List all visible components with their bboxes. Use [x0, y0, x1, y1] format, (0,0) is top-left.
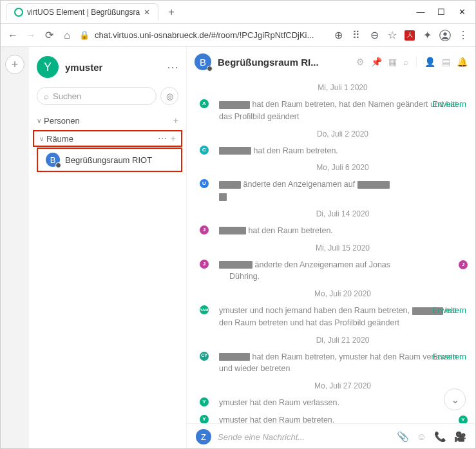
date-separator: Mo, Juli 27 2020	[219, 381, 466, 390]
emoji-icon[interactable]: ☺	[417, 431, 426, 443]
date-separator: Mi, Juli 15 2020	[219, 244, 466, 253]
expand-link[interactable]: Erweitern	[432, 305, 466, 317]
window-close[interactable]: ✕	[457, 8, 466, 17]
add-person-button[interactable]: +	[173, 115, 178, 126]
browser-tab[interactable]: virtUOS Element | Begrüßungsra ✕	[6, 3, 158, 21]
membership-event: C hat den Raum betreten.	[219, 145, 466, 157]
extension-icon[interactable]: ✦	[421, 29, 433, 41]
back-icon[interactable]: ←	[7, 30, 19, 41]
new-tab-button[interactable]: +	[162, 3, 180, 21]
create-space-button[interactable]: +	[5, 55, 24, 74]
window-maximize[interactable]: ☐	[437, 8, 446, 17]
search-room-icon[interactable]: ⌕	[403, 57, 408, 67]
room-header-avatar: B	[195, 53, 211, 70]
lock-icon[interactable]: 🔒	[79, 30, 90, 40]
message-input[interactable]: Sende eine Nachricht...	[218, 432, 390, 442]
expand-link[interactable]: Erweitern	[432, 99, 466, 111]
close-tab-icon[interactable]: ✕	[144, 8, 150, 17]
url-text[interactable]: chat.virtuos.uni-osnabrueck.de/#/room/!P…	[95, 30, 314, 40]
explore-button[interactable]: ◎	[160, 87, 178, 105]
forward-icon: →	[25, 30, 37, 41]
room-name: Begrüßungsraum RIOT	[65, 155, 152, 165]
membership-event: Y Y ymuster hat den Raum betreten.	[219, 414, 466, 423]
date-separator: Di, Juli 14 2020	[219, 209, 466, 218]
member-avatar: C	[200, 146, 209, 155]
composer-avatar: Z	[196, 429, 211, 444]
membership-event: Y ymuster hat den Raum verlassen.	[219, 397, 466, 409]
member-avatar: A	[200, 99, 209, 108]
membership-event: A Erweitern hat den Raum betreten, hat d…	[219, 99, 466, 123]
bookmark-icon[interactable]: ☆	[386, 29, 398, 41]
membership-event: U änderte den Anzeigenamen auf	[219, 178, 466, 203]
date-separator: Do, Juli 2 2020	[219, 129, 466, 139]
members-icon[interactable]: 👤	[424, 57, 435, 67]
membership-event: CY Erweitern hat den Raum betreten, ymus…	[219, 351, 466, 376]
add-page-icon[interactable]: ⊕	[332, 29, 344, 41]
room-item[interactable]: B Begrüßungsraum RIOT	[37, 148, 182, 172]
voice-call-icon[interactable]: 📞	[434, 431, 446, 443]
member-avatar: YAM	[200, 305, 209, 314]
member-avatar: J	[200, 260, 209, 269]
member-avatar: CY	[200, 352, 209, 361]
member-avatar: J	[459, 260, 468, 269]
pin-icon[interactable]: 📌	[371, 57, 382, 67]
date-separator: Mi, Juli 1 2020	[219, 83, 466, 92]
search-placeholder: Suchen	[53, 91, 81, 101]
date-separator: Mo, Juli 20 2020	[219, 289, 466, 298]
member-avatar: J	[200, 225, 209, 234]
attach-icon[interactable]: 📎	[397, 431, 409, 443]
apps-icon[interactable]: ▦	[388, 57, 397, 67]
member-avatar: U	[200, 179, 209, 188]
room-header-title: Begrüßungsraum RI...	[218, 57, 350, 68]
profile-icon[interactable]	[439, 29, 451, 42]
category-rooms[interactable]: ∨ Räume ⋯ +	[33, 130, 182, 147]
search-icon: ⌕	[44, 91, 49, 101]
expand-link[interactable]: Erweitern	[432, 351, 466, 363]
category-people[interactable]: ∨ Personen +	[29, 111, 186, 129]
settings-icon[interactable]: ⚙	[356, 57, 365, 67]
date-separator: Di, Juli 21 2020	[219, 336, 466, 345]
date-separator: Mo, Juli 6 2020	[219, 163, 466, 172]
membership-event: J hat den Raum betreten.	[219, 225, 466, 237]
search-input[interactable]: ⌕ Suchen	[37, 87, 157, 105]
menu-icon[interactable]: ⋮	[457, 29, 469, 41]
room-avatar: B	[46, 153, 60, 167]
tab-title: virtUOS Element | Begrüßungsra	[27, 8, 140, 17]
member-avatar: Y	[200, 397, 209, 406]
reload-icon[interactable]: ⟳	[43, 29, 55, 41]
user-menu-button[interactable]: ⋯	[167, 60, 178, 74]
member-avatar: Y	[200, 415, 209, 423]
user-avatar[interactable]: Y	[37, 56, 59, 78]
svg-point-1	[443, 32, 446, 35]
member-avatar: Y	[459, 416, 468, 423]
membership-event: YAM Erweitern ymuster und noch jemand ha…	[219, 305, 466, 329]
user-name: ymuster	[65, 62, 160, 73]
notif-icon[interactable]: 🔔	[457, 57, 468, 67]
chevron-down-icon: ∨	[37, 117, 41, 124]
video-call-icon[interactable]: 🎥	[454, 431, 466, 443]
rooms-options[interactable]: ⋯	[158, 133, 167, 144]
membership-event: J J änderte den Anzeigenamen auf Jonas D…	[219, 259, 466, 283]
window-minimize[interactable]: —	[416, 8, 425, 17]
chevron-down-icon: ∨	[39, 135, 44, 142]
files-icon[interactable]: ▤	[442, 57, 450, 67]
add-room-button[interactable]: +	[171, 133, 176, 144]
pdf-ext-icon[interactable]: 人	[405, 30, 415, 41]
home-icon[interactable]: ⌂	[61, 30, 73, 41]
translate-icon[interactable]: ⠿	[350, 29, 362, 41]
zoom-icon[interactable]: ⊖	[368, 29, 380, 41]
scroll-down-button[interactable]: ⌄	[444, 388, 466, 410]
favicon	[14, 8, 23, 17]
